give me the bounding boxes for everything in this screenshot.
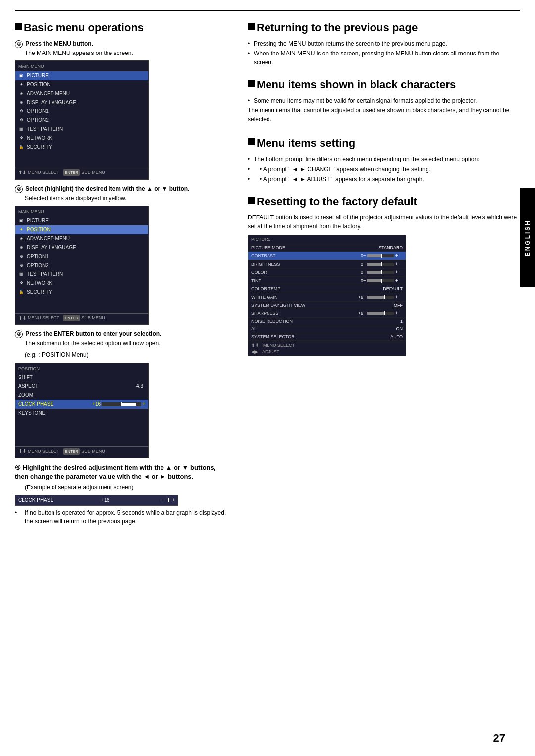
display2-icon: ⊕: [18, 245, 24, 250]
menu1-item-position: ✦ POSITION: [15, 80, 148, 89]
section-square-icon: [15, 23, 22, 30]
main-content: Basic menu operations ① Press the MENU b…: [15, 20, 520, 528]
section3-bullet-1: Some menu items may not be valid for cer…: [248, 97, 520, 105]
section1-title-text: Basic menu operations: [24, 20, 144, 36]
option2-icon: ⚙: [18, 118, 24, 123]
menu2-item-option2: ⚙ OPTION2: [15, 261, 148, 270]
section4-bullet-3: • A prompt " ◄ ► ADJUST " appears for a …: [248, 175, 520, 184]
picture-row-colortemp: COLOR TEMP DEFAULT: [248, 285, 406, 293]
step4-bullet-1: If no button is operated for approx. 5 s…: [15, 509, 228, 526]
whitegain-bar: [367, 296, 394, 299]
step2-body: Selected items are displayed in yellow.: [15, 194, 228, 203]
menu2-item-security: 🔒 SECURITY: [15, 288, 148, 297]
section5-title-text: Resetting to the factory default: [257, 194, 417, 210]
menu1-item-security: 🔒 SECURITY: [15, 143, 148, 152]
pos-menu-footer: ⬆⬇ MENU SELECT ENTER SUB MENU: [15, 446, 148, 456]
picture-row-color: COLOR 0 − +: [248, 269, 406, 277]
clock-bar: [102, 402, 141, 406]
top-border: [15, 10, 520, 11]
menu1-item-advanced: ◈ ADVANCED MENU: [15, 89, 148, 98]
section2-title-text: Returning to the previous page: [257, 20, 418, 36]
enter-icon: ENTER: [63, 169, 80, 176]
step1-circle: ①: [15, 40, 23, 48]
updown-arrow2-icon: ⬆⬇: [18, 315, 26, 322]
step1-text: Press the MENU button.: [25, 40, 93, 47]
section5-title: Resetting to the factory default: [248, 194, 520, 210]
pos-aspect: ASPECT 4:3: [15, 382, 148, 391]
menu1-item-network: ❖ NETWORK: [15, 134, 148, 143]
menu2-title: MAIN MENU: [15, 208, 148, 216]
updown-arrow-icon: ⬆⬇: [18, 169, 26, 176]
right-column: Returning to the previous page Pressing …: [248, 20, 520, 528]
picture-row-tint: TINT 0 − +: [248, 277, 406, 285]
clock-phase-track: − +: [161, 497, 175, 504]
step2-text: Select (highlight) the desired item with…: [25, 185, 189, 192]
pos-zoom: ZOOM: [15, 391, 148, 400]
section3-title-text: Menu items shown in black characters: [257, 77, 456, 93]
menu2-footer-enter: ENTER SUB MENU: [63, 315, 105, 321]
section3-title: Menu items shown in black characters: [248, 77, 520, 93]
picture-menu-title: PICTURE: [248, 235, 406, 244]
menu1-footer-arrows: ⬆⬇ MENU SELECT: [18, 169, 59, 176]
section3-body: The menu items that cannot be adjusted o…: [248, 107, 520, 124]
clock-phase-adjustment: CLOCK PHASE +16 − +: [15, 495, 178, 506]
pos-shift: SHIFT: [15, 373, 148, 382]
section2-square-icon: [248, 23, 255, 30]
menu2-item-option1: ⚙ OPTION1: [15, 252, 148, 261]
pos-keystone: KEYSTONE: [15, 409, 148, 418]
picture-footer: ⬆⬇ MENU SELECT ◀▶ ADJUST: [248, 341, 406, 356]
option1-icon: ⚙: [18, 109, 24, 114]
step1-body: The MAIN MENU appears on the screen.: [15, 49, 228, 57]
menu1-item-option2: ⚙ OPTION2: [15, 116, 148, 125]
test2-icon: ▦: [18, 272, 24, 277]
menu1-item-option1: ⚙ OPTION1: [15, 107, 148, 116]
brightness-bar: [367, 263, 394, 266]
picture-row-mode: PICTURE MODE STANDARD: [248, 244, 406, 252]
tint-bar: [367, 279, 394, 282]
picture-row-brightness: BRIGHTNESS 0 − +: [248, 260, 406, 269]
picture-row-contrast: CONTRAST 0 − +: [248, 252, 406, 260]
section5-square-icon: [248, 197, 255, 204]
page-number: 27: [493, 731, 505, 746]
picture-menu-screenshot: PICTURE PICTURE MODE STANDARD CONTRAST 0…: [248, 235, 406, 356]
picture-row-selector: SYSTEM SELECTOR AUTO: [248, 333, 406, 341]
section4-title-text: Menu items setting: [257, 136, 355, 151]
security2-icon: 🔒: [18, 290, 24, 295]
menu1-footer: ⬆⬇ MENU SELECT ENTER SUB MENU: [15, 168, 148, 177]
menu2-item-picture: ▣ PICTURE: [15, 216, 148, 225]
menu-screenshot-2: MAIN MENU ▣ PICTURE ✦ POSITION ◈ ADVANCE…: [15, 206, 149, 325]
test-icon: ▦: [18, 127, 24, 132]
picture-icon: ▣: [18, 73, 24, 78]
picture-row-noise: NOISE REDUCTION 1: [248, 318, 406, 325]
section4-square-icon: [248, 138, 255, 145]
menu1-item-display: ⊕ DISPLAY LANGUAGE: [15, 98, 148, 107]
section4-bullet-1: The bottom prompt line differs on each m…: [248, 155, 520, 163]
menu2-footer: ⬆⬇ MENU SELECT ENTER SUB MENU: [15, 313, 148, 323]
picture-row-sharpness: SHARPNESS +6 − +: [248, 309, 406, 318]
step1-label: ① Press the MENU button.: [15, 40, 228, 48]
contrast-bar: [367, 254, 394, 257]
option2b-icon: ⚙: [18, 263, 24, 268]
picture2-icon: ▣: [18, 218, 24, 223]
section5-body: DEFAULT button is used to reset all of t…: [248, 214, 520, 231]
cp-bar-marker: [168, 498, 169, 502]
step2-label: ② Select (highlight) the desired item wi…: [15, 185, 228, 193]
position-menu-screenshot: POSITION SHIFT ASPECT 4:3 ZOOM CLOCK PHA…: [15, 363, 149, 459]
english-tab-label: ENGLISH: [524, 219, 532, 256]
section3-square-icon: [248, 80, 255, 87]
menu2-item-advanced: ◈ ADVANCED MENU: [15, 234, 148, 243]
network2-icon: ❖: [18, 281, 24, 286]
sharpness-bar: [367, 312, 394, 315]
section2-bullet-1: Pressing the MENU button returns the scr…: [248, 40, 520, 48]
left-column: Basic menu operations ① Press the MENU b…: [15, 20, 228, 528]
display-icon: ⊕: [18, 100, 24, 105]
advanced-icon: ◈: [18, 91, 24, 96]
advanced2-icon: ◈: [18, 236, 24, 241]
security-icon: 🔒: [18, 145, 24, 150]
picture-row-ai: AI ON: [248, 325, 406, 333]
pos-footer-arrows: ⬆⬇ MENU SELECT: [18, 448, 59, 455]
updown-arrow3-icon: ⬆⬇: [18, 448, 26, 455]
step3-text: Press the ENTER button to enter your sel…: [25, 330, 161, 337]
menu1-item-picture: ▣ PICTURE: [15, 71, 148, 80]
pos-footer-enter: ENTER SUB MENU: [63, 448, 105, 455]
